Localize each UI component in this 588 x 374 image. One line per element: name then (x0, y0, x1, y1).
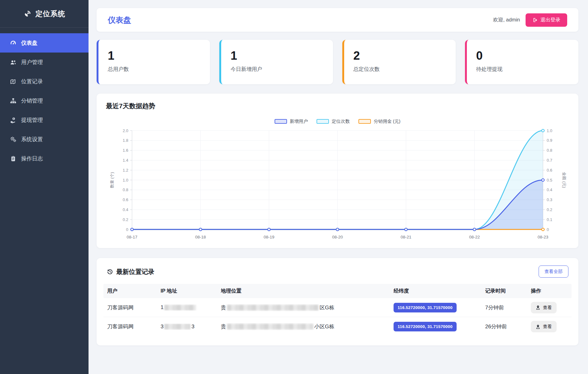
users-icon (10, 59, 16, 66)
coords-cell: 116.52720000, 31.71570000 (394, 303, 485, 312)
svg-text:0.8: 0.8 (123, 187, 128, 192)
logout-button[interactable]: 退出登录 (526, 13, 567, 27)
table-row: 刀客源码网 1 贵 区G栋 116.52720000, 31.71570000 (103, 298, 572, 317)
svg-text:1.6: 1.6 (123, 148, 128, 153)
sidebar-item-label: 系统设置 (21, 136, 43, 143)
location-cell: 贵 区G栋 (221, 304, 394, 311)
svg-text:0.6: 0.6 (123, 197, 128, 202)
legend-swatch (358, 119, 371, 124)
gauge-icon (10, 40, 16, 46)
view-all-button[interactable]: 查看全部 (539, 265, 568, 278)
app-logo: 定位系统 (0, 0, 89, 27)
sidebar-item-users[interactable]: 用户管理 (0, 53, 89, 72)
svg-text:0.2: 0.2 (547, 207, 552, 212)
stat-value: 1 (108, 50, 200, 62)
redacted-location (227, 305, 319, 311)
redacted-location (227, 324, 313, 330)
sidebar-item-locations[interactable]: 位置记录 (0, 72, 89, 91)
col-user: 用户 (107, 288, 161, 294)
sidebar-item-distribution[interactable]: 分销管理 (0, 91, 89, 110)
legend-item-new-users: 新增用户 (275, 118, 308, 124)
header-bar: 仪表盘 欢迎, admin 退出登录 (97, 8, 578, 32)
svg-text:1.2: 1.2 (123, 168, 128, 173)
svg-text:1.4: 1.4 (123, 158, 128, 163)
time-cell: 26分钟前 (485, 323, 531, 330)
actions-cell: 查看 (531, 321, 568, 332)
hand-dollar-icon (10, 117, 16, 123)
sidebar-item-logs[interactable]: 操作日志 (0, 149, 89, 168)
history-icon (107, 268, 113, 275)
sidebar-menu: 仪表盘 用户管理 位置记录 分销管理 提现管理 系统设置 (0, 33, 89, 168)
stat-card-new-users-today: 1 今日新增用户 (219, 40, 333, 84)
col-coords: 经纬度 (394, 288, 485, 294)
svg-text:08-19: 08-19 (264, 235, 275, 239)
sidebar-item-label: 提现管理 (21, 116, 43, 124)
stat-label: 待处理提现 (476, 66, 568, 73)
sidebar-item-label: 位置记录 (21, 78, 43, 85)
col-actions: 操作 (531, 288, 568, 294)
stat-value: 1 (230, 50, 323, 62)
trend-chart-card: 最近7天数据趋势 新增用户 定位次数 分销佣金 (元) 2.01.01.80.9… (97, 94, 578, 248)
svg-text:0.8: 0.8 (547, 148, 552, 153)
legend-swatch (317, 119, 329, 124)
clipboard-list-icon (10, 155, 16, 162)
coords-badge: 116.52720000, 31.71570000 (394, 303, 457, 312)
stat-value: 2 (353, 50, 446, 62)
svg-text:0.7: 0.7 (547, 158, 552, 163)
coords-badge: 116.52720000, 31.71570000 (394, 322, 457, 331)
svg-text:1.0: 1.0 (547, 128, 552, 133)
stat-label: 总定位次数 (353, 66, 446, 73)
svg-text:08-17: 08-17 (127, 235, 138, 239)
stat-card-total-users: 1 总用户数 (97, 40, 210, 84)
app-title: 定位系统 (35, 9, 65, 19)
coords-cell: 116.52720000, 31.71570000 (394, 322, 485, 331)
svg-text:0.5: 0.5 (547, 178, 552, 182)
map-pin-icon (536, 305, 540, 310)
view-record-button[interactable]: 查看 (531, 321, 557, 332)
svg-text:08-23: 08-23 (538, 235, 549, 239)
chart-title: 最近7天数据趋势 (106, 102, 569, 110)
sidebar: 定位系统 仪表盘 用户管理 位置记录 分销管理 提现管理 (0, 0, 89, 374)
stat-card-pending-withdrawals: 0 待处理提现 (465, 40, 578, 84)
col-time: 记录时间 (485, 288, 531, 294)
latest-records-card: 最新位置记录 查看全部 用户 IP 地址 地理位置 经纬度 记录时间 操作 刀客… (97, 258, 578, 345)
stat-label: 总用户数 (108, 66, 200, 73)
header-right: 欢迎, admin 退出登录 (493, 13, 567, 27)
user-cell: 刀客源码网 (107, 323, 161, 330)
svg-text:数量 (个): 数量 (个) (110, 172, 114, 188)
svg-text:0.2: 0.2 (123, 217, 128, 222)
legend-swatch (275, 119, 287, 124)
sidebar-item-label: 仪表盘 (21, 39, 38, 47)
sidebar-item-label: 用户管理 (21, 58, 43, 66)
map-pin-icon (536, 324, 540, 329)
sidebar-item-dashboard[interactable]: 仪表盘 (0, 33, 89, 53)
svg-text:1.0: 1.0 (123, 178, 128, 182)
actions-cell: 查看 (531, 302, 568, 313)
chart-legend: 新增用户 定位次数 分销佣金 (元) (106, 118, 569, 124)
ip-cell: 1 (161, 304, 221, 311)
svg-text:08-20: 08-20 (332, 235, 343, 239)
view-record-button[interactable]: 查看 (531, 302, 557, 313)
map-marked-icon (10, 78, 16, 85)
stats-row: 1 总用户数 1 今日新增用户 2 总定位次数 0 待处理提现 (97, 40, 578, 84)
svg-text:0.6: 0.6 (547, 168, 552, 173)
col-ip: IP 地址 (161, 288, 221, 294)
satellite-dish-icon (23, 10, 32, 18)
svg-text:2.0: 2.0 (123, 128, 128, 133)
table-row: 刀客源码网 3 3 贵 小区G栋 116.52720000, 31.715700… (103, 317, 572, 336)
svg-text:08-18: 08-18 (195, 235, 206, 239)
legend-item-locates: 定位次数 (317, 118, 350, 124)
stat-card-total-locates: 2 总定位次数 (342, 40, 456, 84)
sidebar-item-settings[interactable]: 系统设置 (0, 130, 89, 149)
app-root: 定位系统 仪表盘 用户管理 位置记录 分销管理 提现管理 (0, 0, 588, 374)
svg-text:金额 (元): 金额 (元) (562, 172, 567, 188)
records-title: 最新位置记录 (107, 267, 154, 276)
svg-text:0.9: 0.9 (547, 138, 552, 143)
legend-item-commission: 分销佣金 (元) (358, 118, 400, 124)
svg-text:08-21: 08-21 (401, 235, 412, 239)
sidebar-item-withdrawals[interactable]: 提现管理 (0, 110, 89, 130)
sitemap-icon (10, 98, 16, 104)
records-header: 最新位置记录 查看全部 (103, 265, 572, 278)
sidebar-item-label: 操作日志 (21, 155, 43, 162)
gears-icon (10, 136, 16, 143)
